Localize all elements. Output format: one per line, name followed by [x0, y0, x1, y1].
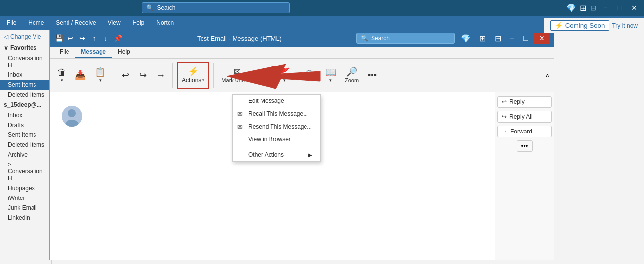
window-controls-right: 💎 ⊞ ⊟ − □ ✕ — [458, 33, 550, 44]
title-bar-search[interactable]: 🔍 Search — [142, 2, 290, 13]
down-btn[interactable]: ↓ — [101, 33, 111, 43]
more-panel-btn[interactable]: ••• — [517, 140, 533, 152]
sidebar-item-inbox[interactable]: Inbox — [0, 110, 51, 120]
sidebar-item-conversation-h[interactable]: Conversation H — [0, 53, 51, 70]
title-bar: 🔍 Search 💎 ⊞ ⊟ − □ ✕ — [0, 0, 644, 16]
sidebar-item-inbox-favorites[interactable]: Inbox — [0, 70, 51, 80]
minimize-btn[interactable]: − — [600, 3, 610, 13]
dropdown-edit-message[interactable]: Edit Message — [233, 95, 320, 107]
reply-all-btn[interactable]: ↪ Reply All — [497, 111, 552, 123]
forward-nav-btn[interactable]: → — [153, 62, 169, 89]
window-search[interactable]: 🔍 Search — [356, 33, 455, 44]
restore-icon: ⊟ — [590, 4, 596, 12]
more-panel-label: ••• — [521, 142, 528, 150]
dropdown-other-actions[interactable]: Other Actions ▶ — [233, 148, 320, 161]
zoom-label: Zoom — [345, 77, 359, 83]
save-btn[interactable]: 💾 — [54, 33, 64, 43]
sidebar-item-linkedin[interactable]: Linkedin — [0, 213, 51, 223]
restore-btn[interactable]: ⊟ — [492, 33, 504, 44]
reply-nav-btn[interactable]: ↩ — [117, 62, 133, 89]
reply-btn-label: Reply — [509, 99, 525, 105]
sidebar-item-hubpages[interactable]: Hubpages — [0, 183, 51, 193]
ribbon-collapse-btn[interactable]: ∧ — [545, 72, 550, 79]
sidebar-item-sent-items[interactable]: Sent Items — [0, 130, 51, 140]
address-book-icon: 📖 — [325, 68, 336, 77]
sidebar-item-junk-email[interactable]: Junk Email — [0, 203, 51, 213]
sidebar-item-archive[interactable]: Archive — [0, 150, 51, 160]
mark-unread-icon: ✉ — [234, 67, 241, 76]
dropdown-resend-message[interactable]: ✉ Resend This Message... — [233, 120, 320, 133]
actions-dropdown-btn[interactable]: ⚡ Actions ▾ — [177, 62, 209, 89]
maximize-window-btn[interactable]: □ — [520, 33, 531, 44]
close-btn[interactable]: ✕ — [628, 3, 640, 13]
sidebar-item-drafts[interactable]: Drafts — [0, 120, 51, 130]
reply-btn[interactable]: ↩ Reply — [497, 96, 552, 108]
edit-message-label: Edit Message — [248, 98, 284, 104]
tab-message[interactable]: Message — [75, 46, 112, 58]
dropdown-recall-message[interactable]: ✉ Recall This Message... — [233, 107, 320, 120]
app-menu-send-receive[interactable]: Send / Receive — [53, 18, 99, 27]
window-search-icon: 🔍 — [361, 35, 368, 42]
dropdown-divider — [233, 147, 320, 147]
mark-unread-btn[interactable]: ✉ Mark Unread — [218, 62, 256, 89]
reply-all-btn-icon: ↪ — [502, 113, 507, 120]
delete-dropdown-icon: ▾ — [61, 78, 63, 83]
app-menu-file[interactable]: File — [4, 18, 19, 27]
coming-soon-button[interactable]: ⚡ Coming Soon — [550, 20, 610, 31]
undo-btn[interactable]: ↩ — [66, 33, 75, 43]
dropdown-view-browser[interactable]: View in Browser — [233, 133, 320, 146]
sidebar-item-conversation-h2[interactable]: > Conversation H — [0, 160, 51, 183]
flag-btn[interactable]: 🚩 ▾ — [276, 62, 294, 89]
sidebar-item-deleted-items[interactable]: Deleted Items — [0, 140, 51, 150]
pin-btn[interactable]: 📌 — [113, 33, 123, 43]
mark-unread-label: Mark Unread — [221, 77, 253, 83]
forward-btn-label: Forward — [510, 128, 532, 135]
sidebar-item-sent-items-favorites[interactable]: Sent Items — [0, 80, 51, 90]
archive-btn[interactable]: 📥 — [71, 62, 89, 89]
separator-1 — [113, 63, 113, 88]
app-menu-view[interactable]: View — [105, 18, 124, 27]
collapse-icon: ∧ — [545, 72, 550, 79]
find-btn[interactable]: 🔍 — [302, 62, 320, 89]
address-book-dropdown-icon: ▾ — [329, 78, 332, 83]
try-now-link[interactable]: Try it now — [612, 22, 638, 29]
minimize-window-btn[interactable]: − — [507, 33, 517, 44]
recall-icon: ✉ — [237, 110, 243, 118]
move-icon: 📋 — [95, 68, 105, 77]
tab-file[interactable]: File — [54, 46, 75, 58]
app-menu-home[interactable]: Home — [25, 18, 47, 27]
up-btn[interactable]: ↑ — [89, 33, 99, 43]
more-icon: ••• — [368, 71, 377, 80]
delete-icon: 🗑 — [57, 68, 66, 77]
outlook-window: 💾 ↩ ↪ ↑ ↓ 📌 Test Email - Message (HTML) … — [49, 30, 554, 260]
app-menu-help[interactable]: Help — [130, 18, 148, 27]
address-book-btn[interactable]: 📖 ▾ — [322, 62, 339, 89]
sidebar-item-iwriter[interactable]: iWriter — [0, 193, 51, 203]
separator-3 — [213, 63, 214, 88]
reply-all-nav-btn[interactable]: ↪ — [135, 62, 151, 89]
search-icon: 🔍 — [146, 4, 154, 11]
change-view[interactable]: ◁ Change Vie — [0, 32, 51, 42]
close-window-btn[interactable]: ✕ — [534, 33, 550, 44]
categorize-btn[interactable]: 🏷 ▾ — [258, 62, 274, 89]
window-controls-left: 💾 ↩ ↪ ↑ ↓ 📌 — [54, 33, 123, 43]
zoom-icon: 🔎 — [346, 67, 357, 76]
coming-soon-label: Coming Soon — [565, 22, 605, 29]
zoom-btn[interactable]: 🔎 Zoom — [341, 62, 362, 89]
move-btn[interactable]: 📋 ▾ — [91, 62, 109, 89]
redo-btn[interactable]: ↪ — [77, 33, 87, 43]
app-menu-norton[interactable]: Norton — [153, 18, 177, 27]
favorites-collapse-icon: ∨ — [4, 44, 8, 51]
title-bar-search-label: Search — [157, 4, 175, 11]
delete-btn[interactable]: 🗑 ▾ — [54, 62, 69, 89]
sidebar-item-deleted-items-favorites[interactable]: Deleted Items — [0, 90, 51, 99]
favorites-header: ∨ Favorites — [0, 42, 51, 53]
more-ribbon-btn[interactable]: ••• — [364, 62, 380, 89]
find-icon: 🔍 — [305, 70, 316, 79]
diamond-btn[interactable]: 💎 — [458, 33, 474, 44]
maximize-btn[interactable]: □ — [614, 3, 624, 13]
forward-btn[interactable]: → Forward — [497, 126, 552, 137]
lightning-icon: ⚡ — [555, 22, 563, 29]
grid-btn[interactable]: ⊞ — [476, 33, 489, 44]
tab-help[interactable]: Help — [112, 46, 136, 58]
